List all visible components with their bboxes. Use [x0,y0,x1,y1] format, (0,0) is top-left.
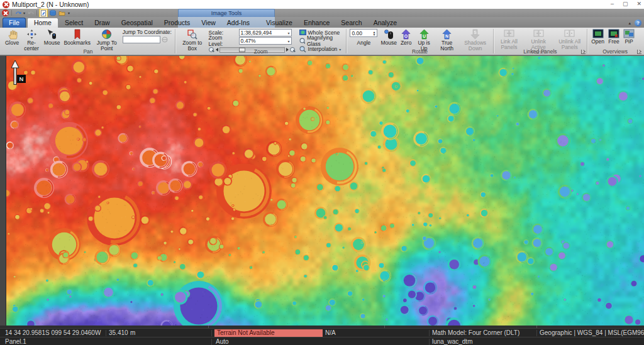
unlink-all-panels-button: Unlink All Panels [554,28,585,50]
overviews-launcher-icon[interactable] [637,50,641,54]
zoom-level-label: Zoom Level: [209,35,238,47]
tab-home[interactable]: Home [27,18,58,28]
jump-to-coordinate-input[interactable] [123,36,160,43]
unlink-active-icon [533,29,544,38]
close-button[interactable]: ✕ [636,0,641,8]
title-bar: Multiport_2 (N - Unknown) – ▢ ✕ [0,0,644,9]
link-all-panels-button: Link All Panels [496,28,523,50]
elevation-unit: m [130,329,135,336]
map-canvas[interactable] [6,56,644,326]
tab-file[interactable]: File [3,18,26,28]
glove-icon [7,29,18,40]
undo-icon[interactable] [14,9,21,16]
tab-analyze[interactable]: Analyze [369,18,402,28]
svg-text:U: U [423,34,426,38]
annotate-toggle-icon[interactable] [40,9,47,17]
tab-visualize[interactable]: Visualize [261,18,297,28]
coordinate-readout: 14 34 20.9581S 099 54 29.0460W [5,329,101,336]
svg-text:N: N [445,34,448,38]
correction-readout: N/A [325,329,336,336]
zoom-group: Zoom to Box Scale: 1:38,629,494 ▾ Zoom L… [175,28,347,55]
apply-coordinate-icon [162,36,168,43]
shadows-down-arrow-icon: S [470,29,480,40]
application-window: Multiport_2 (N - Unknown) – ▢ ✕ ▾ ▾ Imag… [0,0,644,345]
status-bar-bottom: Panel.1 Auto luna_wac_dtm [0,337,644,345]
bookmark-icon [72,29,82,40]
overview-open-button[interactable]: Open [589,28,606,45]
app-icon [3,1,9,8]
north-arrow: N [9,60,28,89]
zoom-group-label: Zoom [175,48,347,55]
zoom-box-icon [187,29,197,40]
maximize-button[interactable]: ▢ [623,0,628,8]
math-model-readout: Math Model: Four Corner (DLT) [432,329,519,336]
north-label: N [19,75,24,82]
overview-pip-icon [623,29,635,38]
jump-to-coordinate-field: Jump To Coordinate: [121,28,173,44]
overviews-group: Open Free PiP Overviews [587,28,643,55]
overview-free-button[interactable]: Free [606,28,621,45]
tab-products[interactable]: Products [159,18,195,28]
window-title: Multiport_2 (N - Unknown) [12,1,89,8]
minimize-button[interactable]: – [611,0,614,8]
crs-readout: Geographic | WGS_84 | MSL(EGM96) [540,329,644,336]
linked-panels-group: Link All Panels Unlink Active Panel Unli… [494,28,587,55]
link-panels-icon [504,29,514,38]
zero-arrow-icon: O [401,29,411,40]
overview-pip-button[interactable]: PiP [621,28,636,45]
tab-addins[interactable]: Add-Ins [222,18,255,28]
rotate-mouse-icon [384,29,394,40]
rotate-group: 0.00 ▲▼ Angle Mouse O Zero U Up is Up N … [347,28,492,55]
open-folder-icon[interactable] [58,10,66,16]
layers-icon[interactable] [49,9,57,16]
zero-button[interactable]: O Zero [399,28,413,47]
whole-scene-icon [299,30,306,36]
tab-enhance[interactable]: Enhance [299,18,335,28]
angle-spinner-arrows[interactable]: ▲▼ [372,31,375,36]
help-icon[interactable]: ? [635,19,641,26]
tab-search[interactable]: Search [336,18,367,28]
overviews-group-label: Overviews [587,48,643,55]
zoom-level-caret-icon[interactable]: ▾ [288,39,290,43]
angle-label: Angle [357,40,371,46]
panel-name: Panel.1 [5,338,26,345]
rotate-mouse-button[interactable]: Mouse [379,28,399,47]
ribbon-tab-row: File Home Select Draw Geospatial Product… [0,17,644,28]
quick-access-toolbar: ▾ ▾ [0,9,70,17]
recenter-icon [26,29,37,40]
ribbon-collapse-icon[interactable]: ▴ [628,21,631,26]
zoom-level-combo[interactable]: 0.47% ▾ [239,37,292,45]
tab-select[interactable]: Select [60,18,88,28]
angle-spinner[interactable]: 0.00 ▲▼ [350,29,377,37]
tab-geospatial[interactable]: Geospatial [116,18,158,28]
overview-free-icon [608,29,619,38]
scale-caret-icon[interactable]: ▾ [288,31,290,35]
tab-view[interactable]: View [196,18,221,28]
tab-draw[interactable]: Draw [89,18,115,28]
jump-to-coordinate-label: Jump To Coordinate: [123,29,172,35]
undo-dropdown-icon[interactable]: ▾ [23,11,25,15]
bookmarks-button[interactable]: Bookmarks [62,28,92,47]
globe-icon [101,29,112,40]
glove-button[interactable]: Glove [3,28,21,47]
up-is-up-arrow-icon: U [419,29,430,40]
scale-combo[interactable]: 1:38,629,494 ▾ [239,29,292,36]
app-menu-button[interactable] [2,9,9,16]
terrain-status-badge: Terrain Not Available [214,329,323,337]
pan-group: Glove Re-center Mouse Bookmarks Jump To … [1,28,175,55]
pan-group-label: Pan [1,48,175,55]
magnifying-glass-icon [299,38,305,45]
svg-text:O: O [404,34,408,38]
qat-overflow-icon[interactable]: ▾ [68,11,70,15]
status-bar-top: 14 34 20.9581S 099 54 29.0460W 35.410 m … [0,328,644,337]
true-north-arrow-icon: N [441,29,452,40]
raster-mode: Auto [216,338,229,345]
image-tools-contextual-header: Image Tools [178,9,275,17]
mouse-cursor-icon [47,29,57,40]
layer-name: luna_wac_dtm [432,338,472,345]
elevation-readout: 35.410 [109,329,128,336]
svg-text:S: S [474,30,477,35]
pan-mouse-button[interactable]: Mouse [42,28,62,47]
linked-panels-launcher-icon[interactable] [581,50,586,54]
magnifying-glass-button[interactable]: Magnifying Glass [298,37,343,45]
